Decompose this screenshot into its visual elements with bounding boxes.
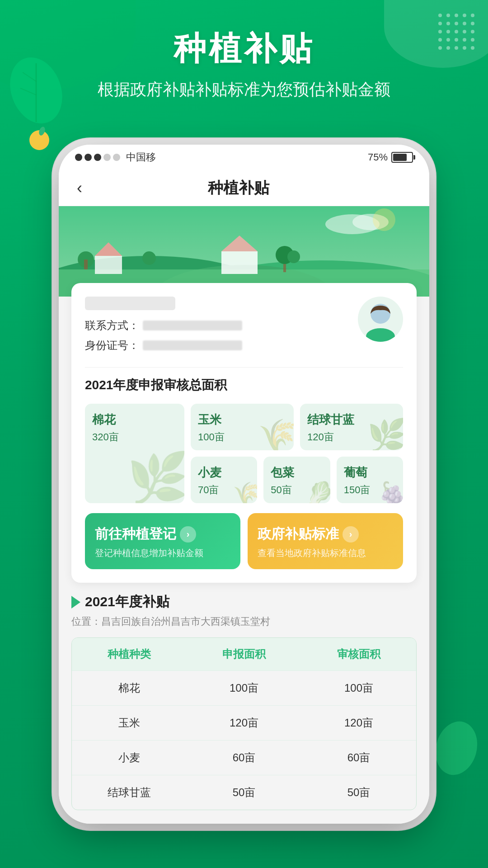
crop-name-cotton: 棉花 bbox=[92, 412, 177, 428]
table-body: 棉花 100亩 100亩 玉米 120亩 120亩 小麦 60亩 60亩 结球甘… bbox=[72, 670, 416, 810]
profile-card: 联系方式： 身份证号： bbox=[71, 283, 417, 583]
nav-bar: ‹ 种植补贴 bbox=[59, 170, 429, 206]
profile-name-blurred bbox=[85, 297, 175, 310]
crop-name-pakchoi: 包菜 bbox=[271, 465, 323, 481]
svg-point-26 bbox=[366, 328, 395, 342]
subsidy-standard-button[interactable]: 政府补贴标准 › 查看当地政府补贴标准信息 bbox=[248, 513, 403, 569]
subsidy-section: 2021年度补贴 位置：昌吉回族自治州昌吉市大西渠镇玉堂村 种植种类 申报面积 … bbox=[71, 593, 417, 810]
status-bar: 中国移 75% bbox=[59, 145, 429, 170]
divider bbox=[85, 367, 403, 368]
crop-card-cotton: 棉花 320亩 🌿 bbox=[85, 404, 184, 503]
crops-row-1: 玉米 100亩 🌾 结球甘蓝 120亩 🌿 bbox=[191, 404, 403, 450]
subsidy-title: 2021年度补贴 bbox=[85, 593, 169, 611]
crops-row-2: 小麦 70亩 🌾 包菜 50亩 🥬 葡萄 150亩 bbox=[191, 457, 403, 503]
td-type: 玉米 bbox=[72, 706, 187, 740]
subsidy-standard-title: 政府补贴标准 › bbox=[258, 525, 393, 543]
crops-grid-wrapper: 棉花 320亩 🌿 玉米 100亩 🌾 bbox=[85, 404, 403, 503]
plant-register-arrow: › bbox=[180, 526, 196, 542]
svg-point-18 bbox=[142, 251, 156, 265]
th-approved: 审核面积 bbox=[301, 638, 416, 670]
contact-blurred bbox=[143, 321, 242, 330]
signal-dot-5 bbox=[113, 154, 120, 161]
svg-rect-14 bbox=[221, 251, 258, 274]
sub-title: 根据政府补贴补贴标准为您预估补贴金额 bbox=[0, 79, 488, 101]
crop-icon-corn: 🌾 bbox=[258, 417, 294, 450]
contact-label: 联系方式： bbox=[85, 318, 139, 333]
subsidy-standard-arrow: › bbox=[343, 526, 359, 542]
id-label: 身份证号： bbox=[85, 338, 139, 353]
crop-card-grape: 葡萄 150亩 🍇 bbox=[337, 457, 403, 503]
th-type: 种植种类 bbox=[72, 638, 187, 670]
signal-dot-1 bbox=[75, 154, 82, 161]
signal-area: 中国移 bbox=[75, 151, 156, 164]
nav-title: 种植补贴 bbox=[87, 178, 390, 198]
subsidy-header: 2021年度补贴 bbox=[71, 593, 417, 611]
crops-right-col: 玉米 100亩 🌾 结球甘蓝 120亩 🌿 bbox=[191, 404, 403, 503]
table-row: 小麦 60亩 60亩 bbox=[72, 740, 416, 775]
td-reported: 60亩 bbox=[187, 741, 301, 775]
td-approved: 50亩 bbox=[301, 775, 416, 810]
header-section: 种植补贴 根据政府补贴补贴标准为您预估补贴金额 bbox=[0, 27, 488, 101]
svg-rect-17 bbox=[84, 259, 88, 269]
td-reported: 50亩 bbox=[187, 775, 301, 810]
crop-card-pakchoi: 包菜 50亩 🥬 bbox=[263, 457, 330, 503]
subsidy-location: 位置：昌吉回族自治州昌吉市大西渠镇玉堂村 bbox=[71, 615, 417, 628]
crop-card-wheat: 小麦 70亩 🌾 bbox=[191, 457, 257, 503]
td-approved: 60亩 bbox=[301, 741, 416, 775]
crop-card-cabbage: 结球甘蓝 120亩 🌿 bbox=[300, 404, 403, 450]
fruit-decoration bbox=[27, 127, 52, 151]
crop-icon-wheat: 🌾 bbox=[233, 481, 257, 503]
plant-register-button[interactable]: 前往种植登记 › 登记种植信息增加补贴金额 bbox=[85, 513, 240, 569]
signal-dot-3 bbox=[94, 154, 101, 161]
td-type: 棉花 bbox=[72, 671, 187, 705]
profile-info: 联系方式： 身份证号： bbox=[85, 297, 349, 358]
table-header: 种植种类 申报面积 审核面积 bbox=[72, 638, 416, 670]
signal-dot-4 bbox=[103, 154, 111, 161]
profile-top: 联系方式： 身份证号： bbox=[85, 297, 403, 358]
td-approved: 120亩 bbox=[301, 706, 416, 740]
crop-icon-cabbage: 🌿 bbox=[367, 417, 403, 450]
id-blurred bbox=[143, 340, 242, 350]
table-row: 结球甘蓝 50亩 50亩 bbox=[72, 775, 416, 810]
leaf-decoration-right bbox=[434, 719, 479, 778]
th-reported: 申报面积 bbox=[187, 638, 301, 670]
plant-register-title: 前往种植登记 › bbox=[95, 525, 230, 543]
crops-section-title: 2021年度申报审核总面积 bbox=[85, 377, 403, 394]
subsidy-triangle-icon bbox=[71, 596, 80, 609]
td-reported: 100亩 bbox=[187, 671, 301, 705]
subsidy-standard-desc: 查看当地政府补贴标准信息 bbox=[258, 547, 393, 559]
main-title: 种植补贴 bbox=[0, 27, 488, 71]
phone-mockup: 中国移 75% ‹ 种植补贴 bbox=[59, 145, 429, 824]
td-type: 结球甘蓝 bbox=[72, 775, 187, 810]
contact-row: 联系方式： bbox=[85, 318, 349, 333]
crop-card-corn: 玉米 100亩 🌾 bbox=[191, 404, 294, 450]
svg-point-4 bbox=[434, 719, 479, 778]
svg-rect-12 bbox=[95, 256, 122, 274]
plant-register-desc: 登记种植信息增加补贴金额 bbox=[95, 547, 230, 559]
battery-area: 75% bbox=[368, 151, 413, 163]
td-reported: 120亩 bbox=[187, 706, 301, 740]
battery-icon bbox=[391, 152, 413, 163]
crop-icon-pakchoi: 🥬 bbox=[306, 481, 330, 503]
data-table: 种植种类 申报面积 审核面积 棉花 100亩 100亩 玉米 120亩 120亩… bbox=[71, 637, 417, 810]
td-approved: 100亩 bbox=[301, 671, 416, 705]
content-area: 联系方式： 身份证号： bbox=[59, 283, 429, 824]
crop-area-cotton: 320亩 bbox=[92, 430, 177, 444]
signal-dot-2 bbox=[84, 154, 92, 161]
battery-fill bbox=[393, 154, 407, 161]
battery-percent: 75% bbox=[368, 151, 388, 163]
svg-rect-21 bbox=[283, 264, 286, 272]
td-type: 小麦 bbox=[72, 741, 187, 775]
back-button[interactable]: ‹ bbox=[72, 174, 87, 202]
crop-name-grape: 葡萄 bbox=[344, 465, 396, 481]
crop-icon-grape: 🍇 bbox=[379, 481, 403, 503]
table-row: 棉花 100亩 100亩 bbox=[72, 670, 416, 705]
svg-point-20 bbox=[287, 250, 300, 263]
id-row: 身份证号： bbox=[85, 338, 349, 353]
avatar bbox=[358, 297, 403, 342]
table-row: 玉米 120亩 120亩 bbox=[72, 705, 416, 740]
carrier-name: 中国移 bbox=[126, 151, 156, 164]
action-buttons-row: 前往种植登记 › 登记种植信息增加补贴金额 政府补贴标准 › 查看当地政府补贴标… bbox=[85, 513, 403, 569]
crop-name-wheat: 小麦 bbox=[198, 465, 250, 481]
crop-icon-cotton: 🌿 bbox=[127, 449, 184, 503]
